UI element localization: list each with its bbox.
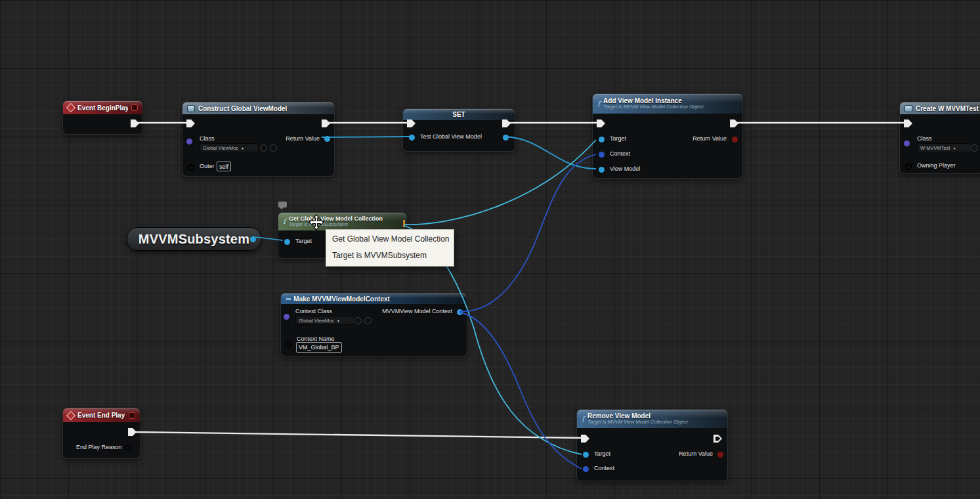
- exec-in-pin[interactable]: [407, 119, 415, 127]
- asset-browse-icons[interactable]: [260, 144, 277, 152]
- exec-in-pin[interactable]: [597, 119, 605, 127]
- node-header: Construct Global ViewModel: [182, 102, 334, 114]
- asset-browse-icons[interactable]: [354, 317, 372, 324]
- target-pin[interactable]: [284, 239, 290, 245]
- view-model-pin-label: View Model: [610, 165, 640, 172]
- function-icon: f: [597, 100, 600, 108]
- exec-out-pin[interactable]: [714, 435, 722, 443]
- node-title: Construct Global ViewModel: [198, 105, 287, 112]
- construct-icon: [187, 105, 195, 112]
- variable-out-pin[interactable]: [250, 236, 256, 242]
- exec-in-pin[interactable]: [581, 435, 589, 443]
- exec-in-pin[interactable]: [186, 119, 195, 127]
- return-value-label: Return Value: [286, 135, 320, 142]
- return-value-pin[interactable]: [732, 137, 738, 142]
- event-icon: [66, 103, 75, 112]
- class-pin-label: Class: [917, 135, 932, 142]
- function-icon: f: [582, 416, 584, 423]
- context-name-field[interactable]: VM_Global_BP: [296, 342, 342, 353]
- event-icon: [66, 410, 75, 420]
- variable-title: MVVMSubsystem: [138, 232, 249, 247]
- node-remove-view-model[interactable]: f Remove View Model Target is MVVM View …: [576, 409, 728, 481]
- outer-value-field[interactable]: self: [217, 162, 231, 171]
- comment-bubble-icon[interactable]: [278, 202, 287, 207]
- browse-icon[interactable]: [971, 144, 978, 152]
- context-pin-label: Context: [594, 465, 614, 471]
- node-subtitle: Target is MVVM View Model Collection Obj…: [603, 104, 704, 110]
- node-create-widget[interactable]: Create W MVVMTest Wi Class W MVVMTest ▾ …: [899, 102, 980, 174]
- node-header: >= Make MVVMViewModelContext: [281, 293, 467, 304]
- context-name-pin[interactable]: [285, 341, 291, 348]
- make-struct-icon: >=: [286, 296, 290, 302]
- context-pin[interactable]: [583, 466, 589, 472]
- value-in-pin[interactable]: [409, 135, 415, 141]
- context-class-pin[interactable]: [284, 314, 289, 320]
- node-title: Add View Model Instance: [603, 97, 704, 105]
- node-title: Remove View Model: [587, 412, 688, 420]
- tooltip-target: Target is MVVMSubsystem: [332, 251, 448, 260]
- outer-pin[interactable]: [188, 164, 194, 171]
- function-icon: f: [283, 218, 286, 225]
- node-make-mvvm-viewmodel-context[interactable]: >= Make MVVMViewModelContext Context Cla…: [280, 293, 467, 357]
- end-play-reason-pin[interactable]: [125, 445, 131, 451]
- class-dropdown-value: W MVVMTest: [920, 145, 950, 151]
- class-dropdown-value: Global ViewMoc: [203, 145, 238, 151]
- context-name-label: Context Name: [297, 336, 335, 342]
- return-value-label: Return Value: [692, 135, 727, 142]
- exec-out-pin[interactable]: [502, 119, 511, 127]
- asset-browse-icons[interactable]: [971, 144, 978, 152]
- class-dropdown[interactable]: W MVVMTest ▾: [917, 143, 972, 152]
- value-out-pin[interactable]: [503, 135, 509, 141]
- node-construct-global-viewmodel[interactable]: Construct Global ViewModel Class Global …: [182, 102, 335, 177]
- class-pin-label: Class: [200, 135, 215, 142]
- target-pin[interactable]: [599, 137, 605, 142]
- browse-icon[interactable]: [354, 317, 362, 324]
- exec-out-pin[interactable]: [730, 119, 738, 127]
- node-title: Event End Play: [77, 412, 125, 419]
- node-header: SET: [403, 109, 515, 120]
- node-title: Create W MVVMTest Wi: [916, 105, 980, 112]
- browse-icon[interactable]: [260, 144, 267, 152]
- node-event-begin-play[interactable]: Event BeginPlay: [62, 100, 143, 135]
- context-class-dropdown[interactable]: Global ViewMoc ▾: [295, 316, 354, 325]
- node-header: f Get Global View Model Collection Targe…: [278, 213, 406, 230]
- chevron-down-icon: ▾: [953, 146, 955, 150]
- search-icon[interactable]: [270, 144, 277, 152]
- target-pin[interactable]: [583, 452, 589, 458]
- exec-out-pin[interactable]: [131, 119, 139, 127]
- node-title: SET: [452, 111, 465, 118]
- target-pin-label: Target: [295, 238, 312, 244]
- class-pin[interactable]: [186, 139, 192, 144]
- return-value-pin[interactable]: [717, 452, 723, 458]
- owning-player-label: Owning Player: [917, 162, 956, 169]
- node-event-end-play[interactable]: Event End Play End Play Reason: [62, 408, 140, 459]
- class-dropdown[interactable]: Global ViewMoc ▾: [200, 143, 259, 152]
- return-value-pin[interactable]: [324, 136, 330, 142]
- target-pin-label: Target: [594, 450, 610, 457]
- node-header: f Add View Model Instance Target is MVVM…: [593, 94, 742, 114]
- node-set-test-global-view-model[interactable]: SET Test Global View Model: [402, 108, 515, 152]
- node-header: Event End Play: [63, 408, 140, 422]
- node-mvvm-subsystem-getter[interactable]: MVVMSubsystem: [127, 227, 261, 251]
- exec-out-pin[interactable]: [128, 428, 137, 436]
- exec-out-pin[interactable]: [322, 119, 330, 127]
- event-delegate-pin[interactable]: [131, 104, 138, 111]
- node-header: f Remove View Model Target is MVVM View …: [577, 410, 727, 428]
- event-delegate-pin[interactable]: [129, 412, 135, 419]
- blueprint-graph-canvas[interactable]: Event BeginPlay Construct Global ViewMod…: [0, 0, 980, 499]
- output-pin[interactable]: [457, 309, 463, 315]
- selection-highlight-tick: [403, 220, 405, 227]
- context-class-value: Global ViewMoc: [299, 318, 334, 324]
- exec-in-pin[interactable]: [904, 119, 912, 127]
- node-title: Event BeginPlay: [77, 104, 128, 112]
- tooltip: Get Global View Model Collection Target …: [326, 229, 454, 267]
- class-pin[interactable]: [904, 141, 910, 146]
- node-header: Create W MVVMTest Wi: [900, 102, 980, 114]
- search-icon[interactable]: [364, 317, 372, 324]
- chevron-down-icon: ▾: [242, 146, 244, 150]
- view-model-pin[interactable]: [599, 167, 605, 173]
- node-add-view-model-instance[interactable]: f Add View Model Instance Target is MVVM…: [592, 93, 743, 179]
- context-pin[interactable]: [599, 152, 605, 158]
- owning-player-pin[interactable]: [905, 163, 912, 170]
- value-pin-label: Test Global View Model: [420, 133, 482, 140]
